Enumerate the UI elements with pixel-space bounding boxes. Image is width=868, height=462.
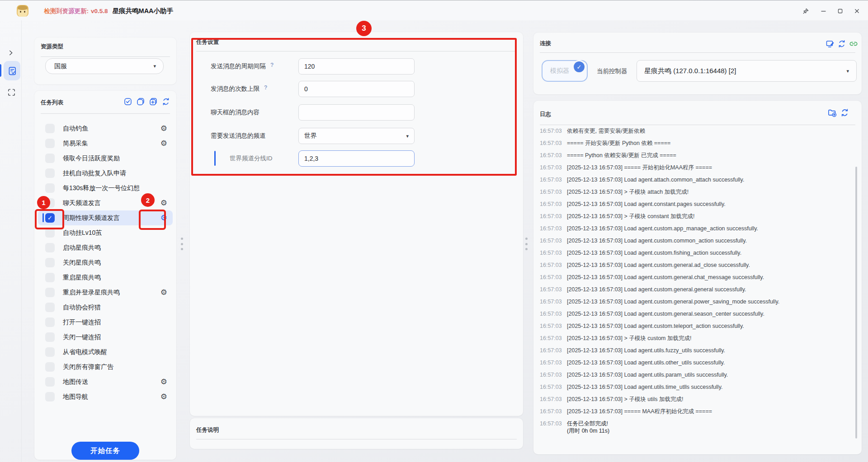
- task-label: 自动协会狩猎: [63, 303, 160, 312]
- edit-controller-button[interactable]: [825, 39, 835, 49]
- connect-link-button[interactable]: [849, 39, 859, 49]
- task-settings-gear-icon[interactable]: ⚙: [160, 125, 167, 132]
- task-row[interactable]: ✓ 地图传送 ⚙: [38, 374, 173, 389]
- refresh-tasks-button[interactable]: [161, 97, 170, 106]
- log-timestamp: 16:57:03: [540, 286, 563, 293]
- panel-resize-handle-left[interactable]: [181, 238, 184, 250]
- connection-toolbar: [825, 39, 859, 49]
- log-message: [2025-12-13 16:57:03] > 子模块 utils 加载完成!: [567, 396, 683, 403]
- controller-label: 当前控制器: [597, 67, 627, 75]
- log-entry: 16:57:03 [2025-12-13 16:57:03] Load agen…: [540, 199, 850, 211]
- log-entry: 16:57:03 [2025-12-13 16:57:03] Load agen…: [540, 175, 850, 187]
- task-checkbox[interactable]: ✓: [45, 228, 55, 238]
- log-entry: 16:57:03 [2025-12-13 16:57:03] > 子模块 att…: [540, 187, 850, 199]
- task-settings-gear-icon[interactable]: ⚙: [160, 289, 167, 296]
- rail-item-tasks[interactable]: [4, 61, 20, 80]
- minimize-button[interactable]: [816, 5, 830, 17]
- task-checkbox[interactable]: ✓: [45, 273, 55, 282]
- task-settings-gear-icon[interactable]: ⚙: [160, 393, 167, 401]
- log-entry: 16:57:03 [2025-12-13 16:57:03] ===== MAA…: [540, 406, 850, 419]
- frame-capture-icon: [7, 88, 16, 97]
- panel-resize-handle-right[interactable]: [525, 238, 528, 250]
- log-message: [2025-12-13 16:57:03] Load agent.custom.…: [567, 274, 764, 281]
- task-row[interactable]: ✓ 挂机自动批复入队申请 ⚙: [38, 166, 173, 181]
- close-button[interactable]: [850, 5, 863, 17]
- task-settings-gear-icon[interactable]: ⚙: [160, 199, 167, 207]
- log-entry: 16:57:03 [2025-12-13 16:57:03] Load agen…: [540, 272, 850, 285]
- task-label: 领取今日活跃度奖励: [63, 154, 160, 163]
- task-checkbox[interactable]: ✓: [45, 332, 55, 342]
- task-label: 关闭所有弹窗广告: [63, 363, 160, 371]
- task-checkbox[interactable]: ✓: [45, 154, 55, 163]
- left-rail: ⚙: [0, 20, 22, 462]
- task-row[interactable]: ✓ 简易采集 ⚙: [38, 136, 173, 151]
- task-checkbox[interactable]: ✓: [45, 258, 55, 267]
- task-checkbox[interactable]: ✓: [45, 377, 55, 387]
- task-row[interactable]: ✓ 关闭星痕共鸣 ⚙: [38, 255, 173, 270]
- maximize-button[interactable]: [833, 5, 847, 17]
- annotation-box-3: [191, 38, 517, 176]
- task-checkbox[interactable]: ✓: [45, 392, 55, 401]
- log-viewport[interactable]: 16:57:03 依赖有变更, 需要安装/更新依赖 16:57:03 =====…: [540, 126, 850, 452]
- task-checkbox[interactable]: ✓: [45, 317, 55, 327]
- task-row[interactable]: ✓ 重启并登录星痕共鸣 ⚙: [38, 285, 173, 300]
- task-row[interactable]: ✓ 自动钓鱼 ⚙: [38, 121, 173, 136]
- log-entry: 16:57:03 ===== 开始安装/更新 Python 依赖 =====: [540, 138, 850, 150]
- log-timestamp: 16:57:03: [540, 127, 563, 135]
- task-row[interactable]: ✓ 领取今日活跃度奖励 ⚙: [38, 151, 173, 166]
- task-checkbox[interactable]: ✓: [45, 139, 55, 148]
- deselect-all-button[interactable]: [136, 97, 145, 106]
- refresh-connection-button[interactable]: [837, 39, 847, 49]
- divider: [196, 439, 517, 439]
- pin-icon: [802, 8, 809, 14]
- log-scrollbar[interactable]: [855, 167, 857, 439]
- task-label: 关闭一键连招: [63, 333, 160, 341]
- log-timestamp: 16:57:03: [540, 310, 563, 317]
- task-checkbox[interactable]: ✓: [45, 243, 55, 252]
- task-checkbox[interactable]: ✓: [45, 362, 55, 372]
- task-settings-gear-icon[interactable]: ⚙: [160, 140, 167, 147]
- task-row[interactable]: ✓ 启动星痕共鸣 ⚙: [38, 240, 173, 255]
- pin-window-button[interactable]: [799, 5, 812, 17]
- task-checkbox[interactable]: ✓: [45, 347, 55, 357]
- log-entry: 16:57:03 [2025-12-13 16:57:03] > 子模块 cus…: [540, 333, 850, 345]
- task-checkbox[interactable]: ✓: [45, 124, 55, 133]
- select-all-button[interactable]: [123, 97, 132, 106]
- task-row[interactable]: ✓ 关闭一键连招 ⚙: [38, 330, 173, 345]
- add-task-button[interactable]: [149, 97, 158, 106]
- task-row[interactable]: ✓ 打开一键连招 ⚙: [38, 315, 173, 330]
- app-title: 星痕共鸣MAA小助手: [113, 7, 174, 14]
- task-settings-gear-icon[interactable]: ⚙: [160, 378, 167, 386]
- log-entry: 16:57:03 [2025-12-13 16:57:03] Load agen…: [540, 285, 850, 297]
- emulator-check-icon: ✓: [572, 60, 586, 74]
- task-label: 自动挂Lv10茧: [63, 229, 160, 237]
- controller-select[interactable]: 星痕共鸣 (127.0.0.1:16448) [2] ▾: [637, 60, 857, 82]
- log-message: [2025-12-13 16:57:03] > 子模块 attach 加载完成!: [567, 188, 689, 196]
- open-log-folder-button[interactable]: [827, 108, 837, 117]
- log-entry: 16:57:03 [2025-12-13 16:57:03] Load agen…: [540, 309, 850, 321]
- expand-sidebar-button[interactable]: [5, 47, 16, 58]
- task-checkbox[interactable]: ✓: [45, 303, 55, 312]
- start-tasks-button[interactable]: 开始任务: [71, 442, 139, 460]
- log-timestamp: 16:57:03: [540, 322, 563, 330]
- log-entry: 16:57:03 [2025-12-13 16:57:03] Load agen…: [540, 260, 850, 272]
- log-message: [2025-12-13 16:57:03] Load agent.custom.…: [567, 286, 746, 293]
- task-row[interactable]: ✓ 自动协会狩猎 ⚙: [38, 300, 173, 315]
- log-entry: 16:57:03 [2025-12-13 16:57:03] Load agen…: [540, 370, 850, 382]
- task-row[interactable]: ✓ 每130s释放一次一号位幻想 ⚙: [38, 181, 173, 196]
- task-checkbox[interactable]: ✓: [45, 288, 55, 297]
- refresh-log-button[interactable]: [840, 108, 849, 117]
- log-timestamp: 16:57:03: [540, 213, 563, 220]
- task-row[interactable]: ✓ 从省电模式唤醒 ⚙: [38, 345, 173, 359]
- task-checkbox[interactable]: ✓: [45, 168, 55, 178]
- task-row[interactable]: ✓ 地图导航 ⚙: [38, 389, 173, 404]
- rail-item-screenshot[interactable]: [6, 87, 17, 98]
- task-checkbox[interactable]: ✓: [45, 183, 55, 193]
- log-message: [2025-12-13 16:57:03] Load agent.utils.p…: [567, 371, 728, 378]
- task-row[interactable]: ✓ 关闭所有弹窗广告 ⚙: [38, 359, 173, 374]
- log-entry: 16:57:03 [2025-12-13 16:57:03] > 子模块 uti…: [540, 394, 850, 406]
- task-label: 简易采集: [63, 140, 160, 148]
- task-row[interactable]: ✓ 重启星痕共鸣 ⚙: [38, 270, 173, 285]
- resource-type-select[interactable]: 国服 ▾: [45, 58, 164, 74]
- log-entry: 16:57:03 [2025-12-13 16:57:03] Load agen…: [540, 382, 850, 394]
